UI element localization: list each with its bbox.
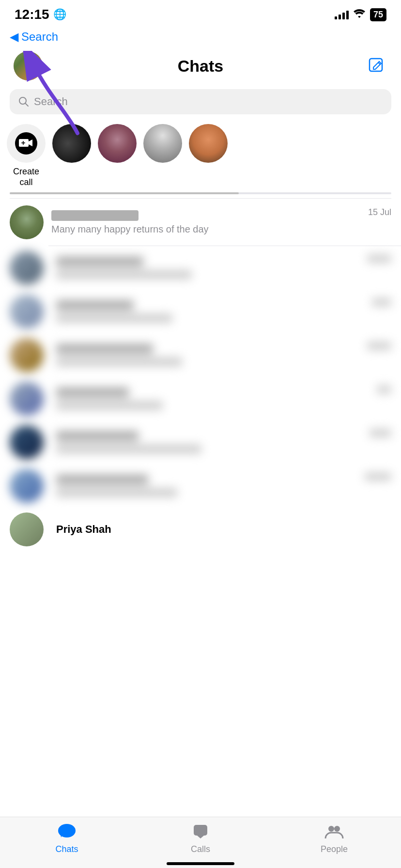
calls-tab-label: Calls — [191, 844, 210, 854]
svg-point-8 — [328, 826, 334, 832]
back-arrow-icon: ◀ — [10, 30, 18, 44]
tab-people[interactable]: People — [305, 822, 363, 854]
story-avatar-4 — [189, 124, 228, 163]
people-tab-icon — [324, 822, 344, 841]
chat-name-blurred-1 — [51, 210, 139, 221]
chat-item-3 — [0, 290, 401, 333]
chats-tab-label: Chats — [55, 844, 78, 854]
time-display: 12:15 — [15, 7, 49, 22]
tab-calls[interactable]: Calls — [171, 822, 230, 854]
tab-chats[interactable]: Chats — [38, 822, 96, 854]
tab-bar: Chats Calls People — [0, 817, 401, 868]
people-tab-label: People — [321, 844, 348, 854]
compose-button[interactable] — [366, 55, 387, 77]
home-indicator — [167, 862, 234, 865]
chat-item-6 — [0, 420, 401, 464]
battery-icon: 75 — [370, 8, 386, 21]
search-bar[interactable]: Search — [10, 89, 391, 114]
create-call-label: Createcall — [13, 167, 39, 187]
status-icons: 75 — [335, 8, 386, 21]
chat-item-7 — [0, 464, 401, 508]
svg-point-9 — [334, 826, 340, 832]
scroll-indicator — [0, 192, 401, 194]
status-time: 12:15 🌐 — [15, 7, 66, 22]
chat-avatar-1 — [10, 205, 44, 239]
chat-list: Many many happy returns of the day 15 Ju… — [0, 199, 401, 551]
search-placeholder: Search — [34, 95, 68, 108]
story-item-4[interactable] — [189, 124, 228, 163]
calls-tab-icon — [191, 822, 210, 841]
wifi-icon — [354, 8, 365, 21]
chats-tab-icon — [57, 822, 77, 841]
globe-icon: 🌐 — [53, 8, 66, 21]
back-button[interactable]: ◀ Search — [10, 30, 58, 44]
main-header: Chats — [0, 47, 401, 84]
story-item-2[interactable] — [98, 124, 137, 163]
story-avatar-1 — [52, 124, 91, 163]
story-avatar-2 — [98, 124, 137, 163]
page-title: Chats — [178, 57, 223, 76]
svg-rect-7 — [194, 825, 207, 836]
chat-info-1: Many many happy returns of the day — [51, 210, 360, 235]
search-container: Search — [0, 84, 401, 119]
chat-item-1[interactable]: Many many happy returns of the day 15 Ju… — [0, 199, 401, 246]
battery-level: 75 — [373, 10, 383, 20]
svg-point-6 — [58, 824, 76, 837]
chat-item-5 — [0, 377, 401, 420]
back-label: Search — [21, 30, 58, 44]
status-bar: 12:15 🌐 75 — [0, 0, 401, 26]
nav-header: ◀ Search — [0, 26, 401, 47]
chat-item-4 — [0, 333, 401, 377]
chat-preview-1: Many many happy returns of the day — [51, 224, 360, 235]
search-icon — [18, 96, 29, 107]
create-call-avatar — [7, 124, 46, 163]
create-call-item[interactable]: Createcall — [7, 124, 46, 187]
svg-line-2 — [25, 103, 28, 106]
chat-time-1: 15 Jul — [368, 205, 391, 217]
chat-item-last[interactable]: Priya Shah — [0, 508, 401, 551]
chat-item-2 — [0, 246, 401, 290]
user-avatar[interactable] — [14, 51, 43, 80]
story-item-1[interactable] — [52, 124, 91, 163]
story-item-3[interactable] — [143, 124, 182, 163]
avatar-image — [14, 51, 43, 80]
signal-icon — [335, 10, 349, 19]
video-add-icon — [15, 132, 37, 155]
svg-rect-5 — [21, 142, 25, 143]
story-avatar-3 — [143, 124, 182, 163]
story-row: Createcall — [0, 119, 401, 192]
